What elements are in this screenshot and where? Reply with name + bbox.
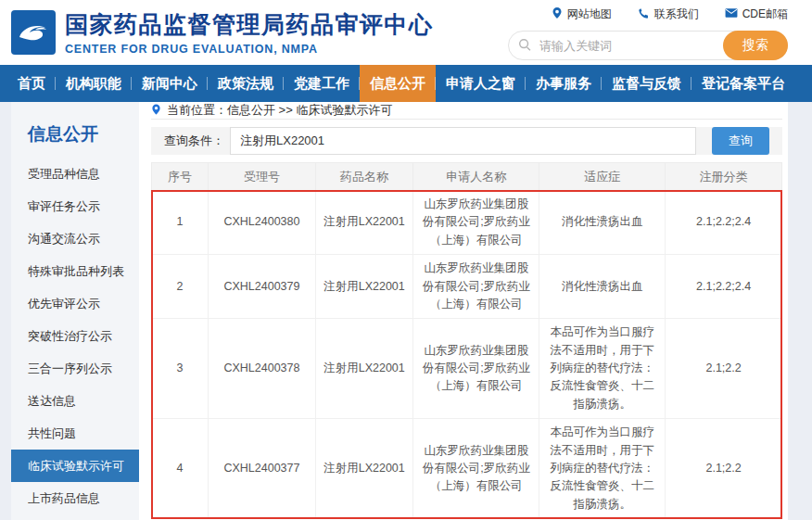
breadcrumb-pin-icon bbox=[151, 103, 161, 119]
sidebar-item-three-in-one[interactable]: 三合一序列公示 bbox=[11, 352, 139, 385]
cell-drug-name: 注射用LX22001 bbox=[315, 319, 412, 419]
sidebar-item-delivery-info[interactable]: 送达信息 bbox=[11, 385, 139, 417]
cell-indication: 本品可作为当口服疗法不适用时，用于下列病症的替代疗法：反流性食管炎、十二指肠溃疡… bbox=[539, 419, 666, 519]
sidebar-item-communication[interactable]: 沟通交流公示 bbox=[11, 222, 139, 255]
col-header-drug-name: 药品名称 bbox=[315, 163, 412, 191]
site-subtitle: CENTER FOR DRUG EVALUATION, NMPA bbox=[65, 43, 434, 56]
mailbox-label: CDE邮箱 bbox=[742, 6, 788, 22]
breadcrumb-text: 当前位置：信息公开 >> 临床试验默示许可 bbox=[167, 102, 392, 119]
nav-item-news[interactable]: 新闻中心 bbox=[132, 65, 208, 102]
query-input[interactable] bbox=[230, 127, 696, 155]
query-label: 查询条件： bbox=[164, 133, 224, 149]
table-row: 2 CXHL2400379 注射用LX22001 山东罗欣药业集团股份有限公司;… bbox=[152, 255, 782, 319]
results-table: 序号 受理号 药品名称 申请人名称 适应症 注册分类 1 CXHL2400380… bbox=[151, 162, 782, 519]
nav-item-party[interactable]: 党建工作 bbox=[284, 65, 360, 102]
cell-indication: 本品可作为当口服疗法不适用时，用于下列病症的替代疗法：反流性食管炎、十二指肠溃疡… bbox=[539, 319, 666, 419]
table-row: 1 CXHL2400380 注射用LX22001 山东罗欣药业集团股份有限公司;… bbox=[152, 191, 782, 255]
cell-registration-class: 2.1;2.2;2.4 bbox=[666, 191, 782, 255]
quick-links: 网站地图 联系我们 CDE邮箱 bbox=[552, 6, 788, 22]
sitemap-link[interactable]: 网站地图 bbox=[552, 6, 612, 22]
cell-applicant: 山东罗欣药业集团股份有限公司;罗欣药业（上海）有限公司 bbox=[413, 191, 539, 255]
nav-item-services[interactable]: 办事服务 bbox=[526, 65, 602, 102]
query-button[interactable]: 查询 bbox=[712, 127, 769, 155]
nav-item-info-disclosure[interactable]: 信息公开 bbox=[360, 65, 436, 102]
cell-applicant: 山东罗欣药业集团股份有限公司;罗欣药业（上海）有限公司 bbox=[413, 319, 539, 419]
envelope-icon bbox=[725, 7, 738, 21]
sidebar-item-review-tasks[interactable]: 审评任务公示 bbox=[11, 190, 139, 222]
contact-link[interactable]: 联系我们 bbox=[638, 6, 699, 22]
site-header: 国家药品监督管理局药品审评中心 CENTER FOR DRUG EVALUATI… bbox=[0, 0, 812, 65]
table-row: 4 CXHL2400377 注射用LX22001 山东罗欣药业集团股份有限公司;… bbox=[152, 419, 782, 519]
sidebar-item-special-approval[interactable]: 特殊审批品种列表 bbox=[11, 255, 139, 287]
sidebar-item-marketed-drugs[interactable]: 上市药品信息 bbox=[11, 482, 139, 514]
cell-acceptance-no: CXHL2400380 bbox=[209, 191, 316, 255]
nav-item-supervision[interactable]: 监督与反馈 bbox=[602, 65, 691, 102]
nav-item-registration-platform[interactable]: 登记备案平台 bbox=[691, 65, 795, 102]
brand-text: 国家药品监督管理局药品审评中心 CENTER FOR DRUG EVALUATI… bbox=[65, 9, 434, 56]
nav-item-applicant-window[interactable]: 申请人之窗 bbox=[436, 65, 526, 102]
cell-applicant: 山东罗欣药业集团股份有限公司;罗欣药业（上海）有限公司 bbox=[413, 419, 539, 519]
cell-registration-class: 2.1;2.2;2.4 bbox=[666, 255, 782, 319]
search-button[interactable]: 搜索 bbox=[723, 31, 788, 60]
cell-seq: 1 bbox=[152, 191, 209, 255]
cell-registration-class: 2.1;2.2 bbox=[666, 419, 782, 519]
col-header-seq: 序号 bbox=[152, 163, 209, 191]
cell-acceptance-no: CXHL2400378 bbox=[209, 319, 316, 419]
cell-indication: 消化性溃疡出血 bbox=[539, 191, 666, 255]
sidebar-item-accepted-varieties[interactable]: 受理品种信息 bbox=[11, 158, 139, 190]
cell-seq: 4 bbox=[152, 419, 209, 519]
sidebar-item-common-issues[interactable]: 共性问题 bbox=[11, 417, 139, 450]
header-right: 网站地图 联系我们 CDE邮箱 搜索 bbox=[508, 5, 788, 60]
mailbox-link[interactable]: CDE邮箱 bbox=[725, 6, 788, 22]
search-icon bbox=[518, 38, 532, 56]
cell-indication: 消化性溃疡出血 bbox=[539, 255, 666, 319]
sidebar-item-breakthrough-therapy[interactable]: 突破性治疗公示 bbox=[11, 320, 139, 352]
location-pin-icon bbox=[552, 6, 563, 22]
cell-seq: 3 bbox=[152, 319, 209, 419]
phone-icon bbox=[638, 7, 650, 22]
cell-drug-name: 注射用LX22001 bbox=[315, 255, 412, 319]
cell-acceptance-no: CXHL2400379 bbox=[209, 255, 316, 319]
cell-applicant: 山东罗欣药业集团股份有限公司;罗欣药业（上海）有限公司 bbox=[413, 255, 539, 319]
sidebar-item-clinical-trial-implied-license[interactable]: 临床试验默示许可 bbox=[11, 450, 139, 482]
main-panel: 当前位置：信息公开 >> 临床试验默示许可 查询条件： 查询 序号 受理号 药品… bbox=[139, 102, 788, 520]
cell-acceptance-no: CXHL2400377 bbox=[209, 419, 316, 519]
contact-label: 联系我们 bbox=[654, 6, 699, 22]
cde-logo bbox=[11, 10, 56, 55]
cell-drug-name: 注射用LX22001 bbox=[315, 419, 412, 519]
col-header-indication: 适应症 bbox=[539, 163, 666, 191]
col-header-applicant: 申请人名称 bbox=[413, 163, 539, 191]
brand: 国家药品监督管理局药品审评中心 CENTER FOR DRUG EVALUATI… bbox=[11, 9, 434, 56]
table-row: 3 CXHL2400378 注射用LX22001 山东罗欣药业集团股份有限公司;… bbox=[152, 319, 782, 419]
col-header-acceptance-no: 受理号 bbox=[209, 163, 316, 191]
nav-item-policy[interactable]: 政策法规 bbox=[208, 65, 284, 102]
table-header-row: 序号 受理号 药品名称 申请人名称 适应症 注册分类 bbox=[152, 163, 782, 191]
sidebar-item-priority-review[interactable]: 优先审评公示 bbox=[11, 287, 139, 320]
results-table-wrap: 序号 受理号 药品名称 申请人名称 适应症 注册分类 1 CXHL2400380… bbox=[151, 162, 782, 519]
sidebar-title: 信息公开 bbox=[11, 102, 139, 158]
sitemap-label: 网站地图 bbox=[567, 6, 612, 22]
cell-seq: 2 bbox=[152, 255, 209, 319]
site-title: 国家药品监督管理局药品审评中心 bbox=[65, 9, 434, 40]
nav-item-functions[interactable]: 机构职能 bbox=[56, 65, 132, 102]
cell-drug-name: 注射用LX22001 bbox=[315, 191, 412, 255]
site-search: 搜索 bbox=[508, 31, 788, 60]
sidebar: 信息公开 受理品种信息 审评任务公示 沟通交流公示 特殊审批品种列表 优先审评公… bbox=[11, 102, 139, 520]
main-nav: 首页 机构职能 新闻中心 政策法规 党建工作 信息公开 申请人之窗 办事服务 监… bbox=[0, 65, 812, 102]
col-header-registration-class: 注册分类 bbox=[666, 163, 782, 191]
query-bar: 查询条件： 查询 bbox=[151, 127, 782, 155]
content: 信息公开 受理品种信息 审评任务公示 沟通交流公示 特殊审批品种列表 优先审评公… bbox=[11, 102, 788, 520]
cell-registration-class: 2.1;2.2 bbox=[666, 319, 782, 419]
breadcrumb: 当前位置：信息公开 >> 临床试验默示许可 bbox=[151, 102, 782, 120]
nav-item-home[interactable]: 首页 bbox=[7, 65, 56, 102]
